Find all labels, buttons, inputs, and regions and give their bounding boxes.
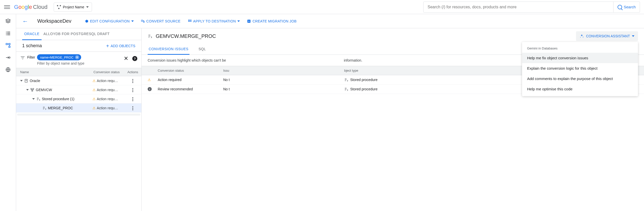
project-name: Project Name: [63, 5, 84, 9]
menu-icon[interactable]: [4, 4, 10, 10]
search-button[interactable]: Search: [613, 2, 640, 12]
search-button-label: Search: [624, 5, 636, 9]
search-bar: Search: [423, 2, 640, 13]
top-header: Google Cloud Project Name Search: [0, 0, 644, 14]
project-icon: [57, 5, 61, 9]
chevron-down-icon: [86, 6, 89, 8]
project-picker[interactable]: Project Name: [54, 3, 92, 12]
google-cloud-logo[interactable]: Google Cloud: [14, 4, 48, 10]
logo-cloud-text: Cloud: [33, 4, 47, 10]
search-input[interactable]: [424, 5, 613, 9]
search-icon: [618, 5, 622, 9]
